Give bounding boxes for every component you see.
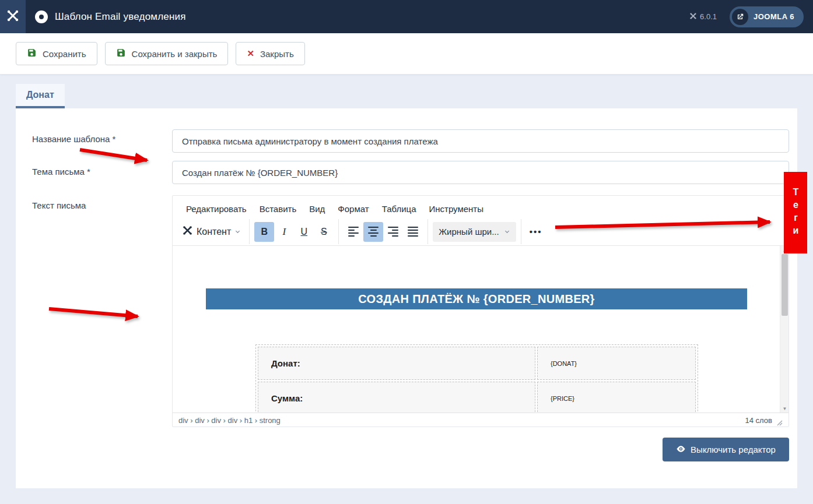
page-title: Шаблон Email уведомления bbox=[55, 11, 186, 23]
save-and-close-button-label: Сохранить и закрыть bbox=[132, 49, 218, 59]
save-icon bbox=[27, 48, 37, 59]
menu-format[interactable]: Формат bbox=[332, 202, 374, 216]
close-button-label: Закрыть bbox=[260, 49, 294, 59]
body-label: Текст письма bbox=[32, 200, 86, 210]
save-button[interactable]: Сохранить bbox=[16, 42, 97, 65]
eye-icon bbox=[676, 444, 686, 456]
resize-grip-icon[interactable] bbox=[777, 418, 783, 424]
top-navbar: Шаблон Email уведомления 6.0.1 bbox=[0, 0, 813, 33]
editor-statusbar: div › div › div › div › h1 › strong 14 с… bbox=[173, 413, 789, 428]
external-link-icon bbox=[732, 9, 748, 25]
tab-donat[interactable]: Донат bbox=[16, 84, 65, 108]
action-toolbar: Сохранить Сохранить и закрыть ✕ Закрыть bbox=[0, 33, 813, 75]
bold-button[interactable]: B bbox=[254, 222, 274, 242]
row-value-cell: {DONAT} bbox=[537, 347, 696, 380]
form-card: Название шаблона * Тема письма * Текст п… bbox=[16, 108, 797, 488]
align-left-button[interactable] bbox=[344, 222, 363, 242]
chevron-down-icon bbox=[234, 227, 241, 237]
content-dropdown-button[interactable]: Контент bbox=[178, 222, 244, 242]
email-fields-table: Донат: {DONAT} Сумма: {PRICE} bbox=[255, 344, 698, 413]
component-circle-icon bbox=[35, 10, 48, 23]
more-toolbar-button[interactable]: ••• bbox=[526, 222, 546, 242]
save-button-label: Сохранить bbox=[43, 49, 86, 59]
scroll-down-icon[interactable]: ▼ bbox=[780, 404, 789, 413]
email-heading-banner: СОЗДАН ПЛАТЁЖ № {ORDER_NUMBER} bbox=[206, 288, 747, 309]
menu-tools[interactable]: Инструменты bbox=[423, 202, 489, 216]
version-number: 6.0.1 bbox=[700, 12, 717, 21]
align-left-icon bbox=[348, 227, 359, 237]
align-center-icon bbox=[368, 227, 379, 237]
chevron-down-icon bbox=[504, 227, 510, 237]
align-justify-button[interactable] bbox=[403, 222, 423, 242]
underline-button[interactable]: U bbox=[294, 222, 314, 242]
align-right-button[interactable] bbox=[383, 222, 403, 242]
close-icon: ✕ bbox=[247, 48, 254, 59]
menu-view[interactable]: Вид bbox=[304, 202, 330, 216]
rich-text-editor: Редактировать Вставить Вид Формат Таблиц… bbox=[172, 195, 789, 427]
editor-toolbar: Контент B I U S bbox=[173, 218, 789, 246]
toggle-editor-button-label: Выключить редактор bbox=[691, 445, 776, 454]
close-button[interactable]: ✕ Закрыть bbox=[236, 42, 304, 65]
joomla-version-icon bbox=[689, 12, 697, 22]
tags-side-tab[interactable]: Теги bbox=[784, 172, 807, 253]
font-family-select[interactable]: Жирный шри... bbox=[433, 222, 516, 242]
toolbar-separator bbox=[427, 219, 428, 244]
joomla-logo-icon bbox=[6, 9, 20, 25]
scrollbar-thumb[interactable] bbox=[782, 254, 788, 316]
align-center-button[interactable] bbox=[363, 222, 383, 242]
table-row: Сумма: {PRICE} bbox=[258, 382, 696, 413]
page: Шаблон Email уведомления 6.0.1 bbox=[0, 0, 813, 504]
tags-side-tab-label: Теги bbox=[790, 187, 801, 238]
font-family-select-label: Жирный шри... bbox=[439, 227, 499, 237]
italic-button[interactable]: I bbox=[274, 222, 294, 242]
editor-menubar: Редактировать Вставить Вид Формат Таблиц… bbox=[173, 196, 789, 218]
row-value-cell: {PRICE} bbox=[537, 382, 696, 413]
table-row: Донат: {DONAT} bbox=[258, 347, 696, 380]
menu-insert[interactable]: Вставить bbox=[254, 202, 302, 216]
joomla-content-icon bbox=[182, 225, 193, 238]
menu-edit[interactable]: Редактировать bbox=[181, 202, 252, 216]
row-label-cell: Донат: bbox=[258, 347, 535, 380]
template-name-input[interactable] bbox=[172, 129, 789, 153]
align-justify-icon bbox=[408, 227, 418, 237]
joomla-version: 6.0.1 bbox=[689, 12, 717, 22]
joomla-menu-tile[interactable] bbox=[0, 0, 26, 33]
content-dropdown-label: Контент bbox=[197, 227, 231, 237]
word-count[interactable]: 14 слов bbox=[745, 416, 772, 425]
subject-label: Тема письма * bbox=[32, 167, 90, 177]
template-name-label: Название шаблона * bbox=[32, 134, 115, 144]
row-label-cell: Сумма: bbox=[258, 382, 535, 413]
editor-scrollbar[interactable]: ▲ ▼ bbox=[780, 246, 789, 413]
align-right-icon bbox=[388, 227, 398, 237]
email-heading-text: СОЗДАН ПЛАТЁЖ № {ORDER_NUMBER} bbox=[358, 292, 594, 306]
toggle-editor-button[interactable]: Выключить редактор bbox=[663, 438, 789, 461]
subject-input[interactable] bbox=[172, 161, 789, 184]
menu-table[interactable]: Таблица bbox=[377, 202, 422, 216]
save-icon bbox=[116, 48, 126, 59]
editor-content-area[interactable]: СОЗДАН ПЛАТЁЖ № {ORDER_NUMBER} Донат: {D… bbox=[173, 246, 789, 413]
element-path[interactable]: div › div › div › div › h1 › strong bbox=[178, 416, 281, 425]
joomla-site-button-label: JOOMLA 6 bbox=[754, 12, 794, 21]
save-and-close-button[interactable]: Сохранить и закрыть bbox=[105, 42, 229, 65]
toolbar-separator bbox=[521, 219, 521, 244]
joomla-site-button[interactable]: JOOMLA 6 bbox=[730, 6, 804, 27]
strikethrough-button[interactable]: S bbox=[314, 222, 334, 242]
tab-donat-label: Донат bbox=[16, 84, 65, 106]
toolbar-separator bbox=[249, 219, 250, 244]
toolbar-separator bbox=[338, 219, 339, 244]
